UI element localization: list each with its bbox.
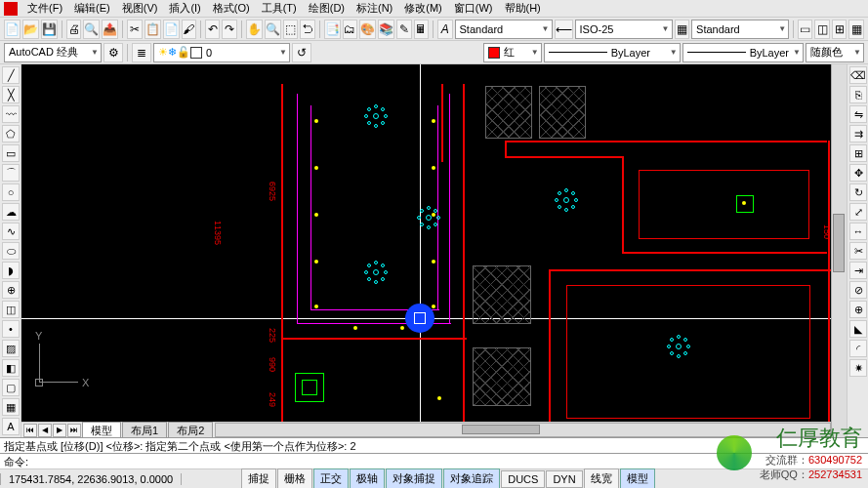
redo-button[interactable]: ↷ xyxy=(222,20,237,39)
copy-tool[interactable]: ⎘ xyxy=(849,86,867,103)
model-toggle[interactable]: 模型 xyxy=(620,468,655,488)
pan-button[interactable]: ✋ xyxy=(246,20,263,39)
preview-button[interactable]: 🔍 xyxy=(83,20,100,39)
zoom-button[interactable]: 🔍 xyxy=(265,20,281,39)
ellipse-tool[interactable]: ⬭ xyxy=(2,242,20,260)
mirror-tool[interactable]: ⇋ xyxy=(849,105,867,123)
stretch-tool[interactable]: ↔ xyxy=(849,223,867,240)
copy-button[interactable]: 📋 xyxy=(145,20,161,39)
layer-prev-button[interactable]: ↺ xyxy=(292,43,311,62)
new-button[interactable]: 📄 xyxy=(4,20,21,39)
tablestyle-icon[interactable]: ▦ xyxy=(675,20,690,39)
polygon-tool[interactable]: ⬠ xyxy=(2,125,20,142)
table-tool[interactable]: ▦ xyxy=(2,398,20,416)
zoom-window-button[interactable]: ⬚ xyxy=(283,20,299,39)
tab-layout1[interactable]: 布局1 xyxy=(122,422,167,439)
menu-file[interactable]: 文件(F) xyxy=(21,0,68,18)
dimstyle-select[interactable]: ISO-25 xyxy=(575,20,673,39)
otrack-toggle[interactable]: 对象追踪 xyxy=(443,468,500,488)
paste-button[interactable]: 📄 xyxy=(163,20,180,39)
menu-tools[interactable]: 工具(T) xyxy=(256,0,303,18)
break-tool[interactable]: ⊘ xyxy=(849,281,867,299)
rectangle-tool[interactable]: ▭ xyxy=(2,144,20,162)
markup-button[interactable]: ✎ xyxy=(396,20,412,39)
command-input[interactable]: 命令: xyxy=(0,453,868,468)
ortho-toggle[interactable]: 正交 xyxy=(313,468,349,488)
spline-tool[interactable]: ∿ xyxy=(2,223,20,240)
menu-view[interactable]: 视图(V) xyxy=(116,0,164,18)
cut-button[interactable]: ✂ xyxy=(127,20,143,39)
snap-toggle[interactable]: 捕捉 xyxy=(241,468,276,488)
rotate-tool[interactable]: ↻ xyxy=(849,183,867,201)
vp-2-button[interactable]: ◫ xyxy=(814,20,830,39)
drawing-canvas[interactable]: 11395 6925 990 225 249 1145 1910 2895 25… xyxy=(21,64,831,422)
line-tool[interactable]: ╱ xyxy=(2,66,20,84)
coordinates[interactable]: 175431.7854, 22636.9013, 0.0000 xyxy=(0,473,182,485)
polar-toggle[interactable]: 极轴 xyxy=(350,468,385,488)
join-tool[interactable]: ⊕ xyxy=(849,301,867,318)
open-button[interactable]: 📂 xyxy=(22,20,39,39)
menu-format[interactable]: 格式(O) xyxy=(207,0,256,18)
revcloud-tool[interactable]: ☁ xyxy=(2,203,20,221)
chamfer-tool[interactable]: ◣ xyxy=(849,320,867,338)
circle-tool[interactable]: ○ xyxy=(2,183,20,201)
textstyle-select[interactable]: Standard xyxy=(455,20,553,39)
pline-tool[interactable]: 〰 xyxy=(2,105,20,123)
zoom-prev-button[interactable]: ⮌ xyxy=(300,20,315,39)
workspace-settings-button[interactable]: ⚙ xyxy=(103,43,123,62)
menu-modify[interactable]: 修改(M) xyxy=(398,0,448,18)
explode-tool[interactable]: ✷ xyxy=(849,359,867,377)
hscrollbar[interactable] xyxy=(215,423,831,437)
save-button[interactable]: 💾 xyxy=(41,20,58,39)
color-select[interactable]: 红 xyxy=(483,43,542,62)
scale-tool[interactable]: ⤢ xyxy=(849,203,867,221)
gradient-tool[interactable]: ◧ xyxy=(2,359,20,377)
xline-tool[interactable]: ╳ xyxy=(2,86,20,103)
mtext-tool[interactable]: A xyxy=(2,418,20,435)
tablestyle-select[interactable]: Standard xyxy=(691,20,789,39)
linetype-select[interactable]: ByLayer xyxy=(544,43,681,62)
insert-block-tool[interactable]: ⊕ xyxy=(2,281,20,299)
region-tool[interactable]: ▢ xyxy=(2,379,20,396)
extend-tool[interactable]: ⇥ xyxy=(849,262,867,279)
dyn-toggle[interactable]: DYN xyxy=(546,470,582,488)
menu-edit[interactable]: 编辑(E) xyxy=(68,0,116,18)
menu-insert[interactable]: 插入(I) xyxy=(163,0,206,18)
vscrollbar[interactable] xyxy=(831,64,847,437)
ducs-toggle[interactable]: DUCS xyxy=(501,470,545,488)
tab-prev[interactable]: ◀ xyxy=(38,424,52,437)
workspace-select[interactable]: AutoCAD 经典 xyxy=(4,43,102,62)
hatch-tool[interactable]: ▨ xyxy=(2,340,20,357)
publish-button[interactable]: 📤 xyxy=(102,20,118,39)
print-button[interactable]: 🖨 xyxy=(66,20,82,39)
menu-dimension[interactable]: 标注(N) xyxy=(351,0,398,18)
move-tool[interactable]: ✥ xyxy=(849,164,867,182)
textstyle-icon[interactable]: A xyxy=(437,20,453,39)
vp-1-button[interactable]: ▭ xyxy=(798,20,813,39)
vp-3-button[interactable]: ⊞ xyxy=(832,20,847,39)
matchprop-button[interactable]: 🖌 xyxy=(182,20,197,39)
tab-next[interactable]: ▶ xyxy=(53,424,66,437)
erase-tool[interactable]: ⌫ xyxy=(849,66,867,84)
tab-layout2[interactable]: 布局2 xyxy=(168,422,213,439)
tab-model[interactable]: 模型 xyxy=(82,422,121,439)
menu-draw[interactable]: 绘图(D) xyxy=(303,0,351,18)
lwt-toggle[interactable]: 线宽 xyxy=(584,468,619,488)
grid-toggle[interactable]: 栅格 xyxy=(277,468,312,488)
ellipse-arc-tool[interactable]: ◗ xyxy=(2,262,20,279)
dimstyle-icon[interactable]: ⟵ xyxy=(555,20,573,39)
designcenter-button[interactable]: 🗂 xyxy=(343,20,358,39)
lineweight-select[interactable]: ByLayer xyxy=(682,43,804,62)
make-block-tool[interactable]: ◫ xyxy=(2,301,20,318)
osnap-toggle[interactable]: 对象捕捉 xyxy=(386,468,442,488)
array-tool[interactable]: ⊞ xyxy=(849,144,867,162)
tab-last[interactable]: ⏭ xyxy=(67,424,81,437)
menu-help[interactable]: 帮助(H) xyxy=(499,0,547,18)
offset-tool[interactable]: ⇉ xyxy=(849,125,867,142)
vp-4-button[interactable]: ▦ xyxy=(848,20,864,39)
tab-first[interactable]: ⏮ xyxy=(23,424,37,437)
fillet-tool[interactable]: ◜ xyxy=(849,340,867,357)
arc-tool[interactable]: ⌒ xyxy=(2,164,20,182)
trim-tool[interactable]: ✂ xyxy=(849,242,867,260)
layer-select[interactable]: ☀❄🔓 0 xyxy=(153,43,290,62)
